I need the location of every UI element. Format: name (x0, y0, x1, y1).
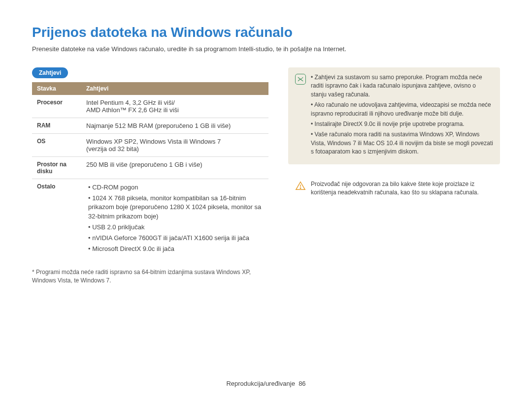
warning-icon (295, 181, 306, 191)
info-note-box: Zahtjevi za sustavom su samo preporuke. … (288, 67, 500, 164)
list-item: Microsoft DirectX 9.0c ili jača (88, 245, 264, 253)
page-title: Prijenos datoteka na Windows računalo (32, 25, 500, 40)
requirements-heading: Zahtjevi (32, 67, 68, 78)
row-label: Prostor na disku (32, 157, 81, 179)
row-value: CD-ROM pogon1024 X 768 piksela, monitor … (81, 179, 268, 260)
info-icon (295, 74, 306, 85)
row-value: Najmanje 512 MB RAM (preporučeno 1 GB il… (81, 118, 268, 134)
warning-note-text: Proizvođač nije odgovoran za bilo kakve … (311, 180, 493, 197)
intro-text: Prenesite datoteke na vaše Windows račun… (32, 45, 500, 53)
col-header-item: Stavka (32, 82, 81, 95)
requirements-table: Stavka Zahtjevi ProcesorIntel Pentium 4,… (32, 82, 268, 259)
left-column: Zahtjevi Stavka Zahtjevi ProcesorIntel P… (32, 67, 268, 285)
info-note-item: Ako računalo ne udovoljava zahtjevima, v… (311, 101, 493, 118)
row-value: Windows XP SP2, Windows Vista ili Window… (81, 134, 268, 157)
svg-point-1 (300, 187, 300, 188)
table-row: Prostor na disku250 MB ili više (preporu… (32, 157, 268, 179)
page-footer: Reprodukcija/uređivanje 86 (0, 380, 532, 387)
list-item: 1024 X 768 piksela, monitor kompatibilan… (88, 194, 264, 221)
row-value: 250 MB ili više (preporučeno 1 GB i više… (81, 157, 268, 179)
info-note-item: Vaše računalo mora raditi na sustavima W… (311, 130, 493, 156)
list-item: CD-ROM pogon (88, 183, 264, 192)
row-label: OS (32, 134, 81, 157)
info-note-list: Zahtjevi za sustavom su samo preporuke. … (311, 73, 493, 156)
table-row: RAMNajmanje 512 MB RAM (preporučeno 1 GB… (32, 118, 268, 134)
footnote: * Programi možda neće raditi ispravno sa… (32, 268, 268, 285)
table-row: OstaloCD-ROM pogon1024 X 768 piksela, mo… (32, 179, 268, 260)
info-note-item: Instalirajte DirectX 9.0c ili novije pri… (311, 120, 493, 128)
row-value: Intel Pentium 4, 3,2 GHz ili viši/ AMD A… (81, 95, 268, 118)
info-note-item: Zahtjevi za sustavom su samo preporuke. … (311, 73, 493, 99)
row-label: Procesor (32, 95, 81, 118)
row-label: Ostalo (32, 179, 81, 260)
footer-section: Reprodukcija/uređivanje (226, 380, 295, 387)
list-item: USB 2.0 priključak (88, 223, 264, 232)
table-row: OSWindows XP SP2, Windows Vista ili Wind… (32, 134, 268, 157)
table-row: ProcesorIntel Pentium 4, 3,2 GHz ili viš… (32, 95, 268, 118)
footer-page-number: 86 (299, 380, 305, 387)
list-item: nVIDIA Geforce 7600GT ili jača/ATI X1600… (88, 234, 264, 243)
col-header-req: Zahtjevi (81, 82, 268, 95)
warning-note-box: Proizvođač nije odgovoran za bilo kakve … (288, 174, 500, 203)
row-label: RAM (32, 118, 81, 134)
right-column: Zahtjevi za sustavom su samo preporuke. … (288, 67, 500, 285)
